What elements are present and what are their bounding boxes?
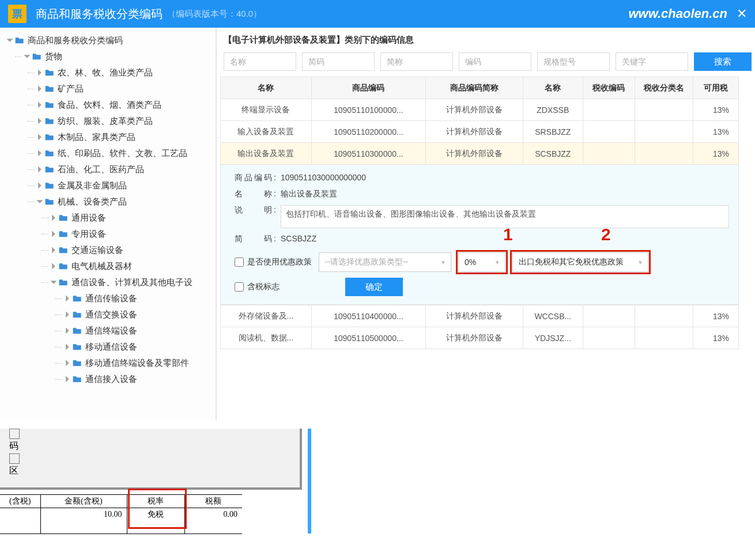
table-cell: 输出设备及装置 (221, 143, 312, 165)
table-cell: 10905110300000... (311, 143, 425, 165)
table-cell (635, 99, 693, 121)
table-header: 税收分类名 (635, 77, 693, 99)
table-header: 名称 (221, 77, 312, 99)
tree-node[interactable]: 金属及非金属制品 (3, 177, 212, 194)
table-cell: 计算机外部设备 (425, 99, 523, 121)
tree-node[interactable]: 通信传输设备 (3, 290, 212, 307)
table-row[interactable]: 输出设备及装置10905110300000...计算机外部设备SCSBJZZ13… (221, 143, 739, 165)
annotation-1: 1 (503, 225, 513, 244)
policy-checkbox-input[interactable] (235, 258, 244, 267)
table-row[interactable]: 外存储设备及...10905110400000...计算机外部设备WCCSB..… (221, 305, 739, 327)
table-cell (583, 143, 635, 165)
tree-node[interactable]: 货物 (3, 48, 212, 65)
table-row[interactable]: 终端显示设备10905110100000...计算机外部设备ZDXSSB13% (221, 99, 739, 121)
tree-node[interactable]: 通用设备 (3, 210, 212, 226)
tree-node[interactable]: 电气机械及器材 (3, 258, 212, 274)
title-bar: 票 商品和服务税收分类编码 （编码表版本号：40.0） www.chaolen.… (0, 0, 755, 28)
tree-node[interactable]: 移动通信设备 (3, 339, 212, 355)
frag-glyph-qu: 区 (9, 465, 21, 477)
confirm-button[interactable]: 确定 (345, 278, 403, 296)
table-cell: SCSBJZZ (523, 143, 583, 165)
tree-node[interactable]: 交通运输设备 (3, 242, 212, 258)
highlight-box-3 (128, 489, 187, 529)
table-header: 可用税 (693, 77, 739, 99)
tree-node[interactable]: 商品和服务税收分类编码 (3, 32, 212, 48)
table-cell (583, 305, 635, 327)
detail-panel: 商品编码: 1090511030000000000 名 称: 输出设备及装置 说… (220, 165, 739, 305)
table-header: 名称 (523, 77, 583, 99)
tree-node-label: 通信传输设备 (85, 293, 137, 304)
category-tree[interactable]: 商品和服务税收分类编码货物农、林、牧、渔业类产品矿产品食品、饮料、烟、酒类产品纺… (0, 28, 217, 421)
table-cell (635, 121, 693, 143)
detail-code-label: 商品编码: (235, 173, 276, 183)
table-cell: YDJSJZ... (523, 327, 583, 349)
filter-keyword-input[interactable] (616, 52, 688, 71)
tree-node-label: 交通运输设备 (71, 245, 123, 256)
code-table-bottom: 外存储设备及...10905110400000...计算机外部设备WCCSB..… (220, 305, 739, 349)
table-cell: 输入设备及装置 (221, 121, 312, 143)
tree-node-label: 木制品、家具类产品 (58, 132, 135, 143)
table-cell (583, 99, 635, 121)
tree-node[interactable]: 木制品、家具类产品 (3, 129, 212, 145)
tree-node-label: 通信终端设备 (85, 326, 137, 336)
rate-select[interactable]: 0% (458, 252, 505, 272)
tree-node-label: 纺织、服装、皮革类产品 (58, 116, 153, 127)
table-cell: 10905110100000... (311, 99, 425, 121)
table-cell: 终端显示设备 (221, 99, 312, 121)
filter-code-input[interactable] (459, 52, 531, 71)
search-button[interactable]: 搜索 (694, 52, 752, 71)
exempt-select[interactable]: 出口免税和其它免税优惠政策 (512, 252, 648, 272)
close-icon[interactable]: ✕ (737, 6, 747, 21)
table-cell (635, 305, 693, 327)
app-title: 商品和服务税收分类编码 (36, 6, 163, 22)
tree-node[interactable]: 纺织、服装、皮革类产品 (3, 113, 212, 129)
code-table: 名称商品编码商品编码简称名称税收编码税收分类名可用税 终端显示设备1090511… (220, 77, 739, 165)
table-cell: 计算机外部设备 (425, 143, 523, 165)
table-cell: 计算机外部设备 (425, 327, 523, 349)
policy-checkbox[interactable]: 是否使用优惠政策 (235, 257, 312, 267)
tree-node[interactable]: 通信接入设备 (3, 371, 212, 387)
tree-node-label: 石油、化工、医药产品 (58, 164, 144, 175)
table-header: 商品编码简称 (425, 77, 523, 99)
tree-node[interactable]: 专用设备 (3, 226, 212, 242)
filter-jc-input[interactable] (380, 52, 453, 71)
tree-node[interactable]: 农、林、牧、渔业类产品 (3, 65, 212, 81)
taxincl-checkbox[interactable]: 含税标志 (235, 282, 280, 292)
tree-node-label: 货物 (45, 51, 62, 62)
filter-name-input[interactable] (224, 52, 296, 71)
table-cell (583, 121, 635, 143)
filter-spec-input[interactable] (537, 52, 610, 71)
tree-node-label: 移动通信终端设备及零部件 (85, 358, 189, 369)
version-label: （编码表版本号：40.0） (167, 9, 262, 20)
taxincl-checkbox-input[interactable] (235, 282, 244, 292)
tree-node-label: 矿产品 (58, 84, 84, 94)
table-cell: 13% (693, 327, 739, 349)
policy-checkbox-label: 是否使用优惠政策 (247, 257, 312, 267)
frag-glyph-ma: 码 (9, 440, 21, 452)
frag-head-amount: 金额(含税) (40, 495, 127, 508)
tree-node[interactable]: 纸、印刷品、软件、文教、工艺品 (3, 145, 212, 161)
invoice-fragment: 码 区 (含税) 金额(含税) 税率 税额 10.00 免税 0.00 (0, 429, 311, 534)
policy-type-select[interactable]: --请选择优惠政策类型-- (319, 252, 451, 272)
tree-node[interactable]: 通信交换设备 (3, 307, 212, 323)
table-cell (583, 327, 635, 349)
frag-blue-line (308, 429, 311, 533)
tree-node[interactable]: 矿产品 (3, 81, 212, 97)
tree-node[interactable]: 石油、化工、医药产品 (3, 161, 212, 177)
tree-node[interactable]: 机械、设备类产品 (3, 194, 212, 210)
tree-node[interactable]: 移动通信终端设备及零部件 (3, 355, 212, 371)
table-row[interactable]: 输入设备及装置10905110200000...计算机外部设备SRSBJZZ13… (221, 121, 739, 143)
annotation-2: 2 (601, 225, 611, 244)
tree-node[interactable]: 通信终端设备 (3, 323, 212, 339)
tree-node-label: 商品和服务税收分类编码 (28, 35, 123, 46)
tree-node[interactable]: 食品、饮料、烟、酒类产品 (3, 97, 212, 113)
table-cell: SRSBJZZ (523, 121, 583, 143)
frag-cell-tax: 0.00 (184, 508, 242, 521)
table-row[interactable]: 阅读机、数据...10905110500000...计算机外部设备YDJSJZ.… (221, 327, 739, 349)
main-panel: 【电子计算机外部设备及装置】类别下的编码信息 搜索 名称商品编码商品编码简称名称… (217, 28, 755, 421)
tree-node[interactable]: 通信设备、计算机及其他电子设 (3, 274, 212, 290)
filter-jm-input[interactable] (302, 52, 375, 71)
table-cell: 计算机外部设备 (425, 121, 523, 143)
table-cell (635, 327, 693, 349)
main-heading: 【电子计算机外部设备及装置】类别下的编码信息 (220, 32, 755, 52)
